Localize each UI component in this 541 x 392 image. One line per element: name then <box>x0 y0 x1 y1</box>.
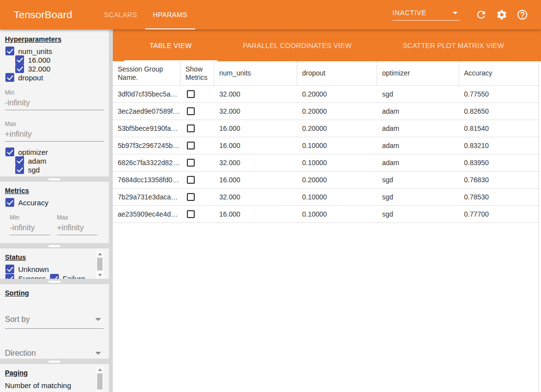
checkbox-checked-icon[interactable] <box>50 274 59 279</box>
show-metrics-checkbox[interactable] <box>187 176 195 184</box>
accuracy-value: 0.77700 <box>459 206 539 222</box>
scroll-up-icon[interactable] <box>98 253 102 255</box>
show-metrics-checkbox[interactable] <box>187 107 195 115</box>
panel-resize-divider[interactable] <box>0 359 109 364</box>
paging-scrollbar[interactable] <box>96 367 103 392</box>
hparam-value-32[interactable]: 32.000 <box>15 64 109 73</box>
tab-scalars[interactable]: SCALARS <box>96 0 145 29</box>
toolbar-right-controls: INACTIVE <box>392 0 528 29</box>
status-unknown[interactable]: Unknown <box>5 265 49 273</box>
min-input[interactable]: -infinity <box>10 221 50 235</box>
hparam-value-sgd[interactable]: sgd <box>15 165 109 174</box>
status-scrollbar[interactable] <box>96 251 103 278</box>
checkbox-checked-icon[interactable] <box>5 274 14 279</box>
checkbox-checked-icon[interactable] <box>15 156 24 165</box>
checkbox-checked-icon[interactable] <box>5 265 14 273</box>
max-label: Max <box>5 121 104 127</box>
checkbox-checked-icon[interactable] <box>15 55 24 64</box>
dropout-min-field: Min -infinity <box>5 89 104 110</box>
table-row: 53bf5bece9190fa… 16.000 0.20000 adam 0.8… <box>113 120 539 137</box>
panel-resize-divider[interactable] <box>0 279 109 284</box>
show-metrics-checkbox[interactable] <box>187 142 195 149</box>
scrollbar-thumb[interactable] <box>97 258 103 270</box>
hyperparameters-panel: Hyperparameters num_units 16.000 32.000 … <box>0 30 109 176</box>
status-failure[interactable]: Failure <box>50 274 85 279</box>
hparam-value-label: adam <box>28 157 47 165</box>
hparam-label: optimizer <box>18 148 48 156</box>
accuracy-value: 0.78530 <box>459 189 539 205</box>
status-label: Unknown <box>18 265 49 273</box>
show-metrics-checkbox[interactable] <box>187 90 195 98</box>
chevron-down-icon <box>453 12 458 14</box>
session-group-name: 5b97f3c2967245b… <box>113 137 180 154</box>
accuracy-value: 0.77550 <box>459 86 539 102</box>
dropout-value: 0.20000 <box>297 120 377 137</box>
reload-interval-select[interactable]: INACTIVE <box>392 9 460 21</box>
refresh-icon[interactable] <box>475 9 487 21</box>
max-input[interactable]: +infinity <box>5 127 104 142</box>
hparam-value-16[interactable]: 16.000 <box>15 55 109 64</box>
hparam-value-adam[interactable]: adam <box>15 156 109 165</box>
checkbox-checked-icon[interactable] <box>5 147 14 156</box>
checkbox-checked-icon[interactable] <box>5 47 14 55</box>
scrollbar-thumb[interactable] <box>97 373 103 390</box>
optimizer-value: adam <box>377 103 459 120</box>
session-group-name: 7684dcc13358fd0… <box>113 172 180 188</box>
col-header-dropout[interactable]: dropout <box>297 61 377 85</box>
tab-hparams[interactable]: HPARAMS <box>145 0 195 29</box>
sort-by-select[interactable]: Sort by <box>5 315 104 329</box>
checkbox-checked-icon[interactable] <box>15 64 24 73</box>
min-label: Min <box>10 214 50 221</box>
hparams-sidebar: Hyperparameters num_units 16.000 32.000 … <box>0 29 109 392</box>
col-header-session-group-name[interactable]: Session Group Name. <box>113 61 180 85</box>
optimizer-value: adam <box>377 137 459 154</box>
help-icon[interactable] <box>516 9 528 21</box>
checkbox-checked-icon[interactable] <box>5 73 14 82</box>
table-row: 3df0d7cf35bec5a… 32.000 0.20000 sgd 0.77… <box>113 86 539 103</box>
optimizer-value: sgd <box>377 172 459 188</box>
panel-resize-divider[interactable] <box>0 176 109 182</box>
col-header-optimizer[interactable]: optimizer <box>377 61 459 85</box>
checkbox-checked-icon[interactable] <box>5 198 14 207</box>
top-toolbar: TensorBoard SCALARS HPARAMS INACTIVE <box>0 0 541 29</box>
hparam-optimizer[interactable]: optimizer <box>5 147 109 156</box>
session-group-name: ae235909ec4e4d… <box>113 206 180 222</box>
hparam-num-units[interactable]: num_units <box>5 47 109 55</box>
session-group-name: 3df0d7cf35bec5a… <box>113 86 180 102</box>
tab-scatter-plot-matrix-view[interactable]: SCATTER PLOT MATRIX VIEW <box>377 29 530 61</box>
status-success[interactable]: Success <box>5 274 46 279</box>
scroll-up-icon[interactable] <box>98 368 102 371</box>
checkbox-checked-icon[interactable] <box>15 165 24 174</box>
tab-table-view[interactable]: TABLE VIEW <box>124 29 217 61</box>
hparam-label: dropout <box>18 74 43 82</box>
max-label: Max <box>57 214 97 221</box>
num-units-value: 16.000 <box>214 137 297 154</box>
status-label: Success <box>18 274 46 279</box>
settings-gear-icon[interactable] <box>496 9 508 21</box>
sorting-heading: Sorting <box>5 289 104 297</box>
view-tabs: TABLE VIEW PARALLEL COORDINATES VIEW SCA… <box>113 29 541 61</box>
table-row: 7684dcc13358fd0… 16.000 0.20000 sgd 0.76… <box>113 172 539 189</box>
dropout-value: 0.10000 <box>297 189 377 205</box>
max-input[interactable]: +infinity <box>57 221 97 235</box>
table-row: 5b97f3c2967245b… 16.000 0.10000 adam 0.8… <box>113 137 539 154</box>
min-input[interactable]: -infinity <box>5 96 104 110</box>
panel-resize-divider[interactable] <box>0 243 109 248</box>
hparam-dropout[interactable]: dropout <box>5 73 109 82</box>
session-groups-table: Session Group Name. Show Metrics num_uni… <box>113 61 539 392</box>
hparams-main: TABLE VIEW PARALLEL COORDINATES VIEW SCA… <box>113 29 541 392</box>
show-metrics-checkbox[interactable] <box>187 124 195 132</box>
show-metrics-checkbox[interactable] <box>187 193 195 201</box>
show-metrics-checkbox[interactable] <box>187 210 195 218</box>
show-metrics-checkbox[interactable] <box>187 159 195 167</box>
direction-select[interactable]: Direction <box>5 349 104 359</box>
col-header-num-units[interactable]: num_units <box>214 61 297 85</box>
metric-accuracy[interactable]: Accuracy <box>5 198 109 207</box>
col-header-show-metrics[interactable]: Show Metrics <box>180 61 214 85</box>
num-units-value: 32.000 <box>214 189 297 205</box>
session-group-name: 3ec2aed9e07589f… <box>113 103 180 120</box>
scroll-down-icon[interactable] <box>98 274 102 276</box>
col-header-accuracy[interactable]: Accuracy <box>459 61 539 85</box>
tab-parallel-coordinates-view[interactable]: PARALLEL COORDINATES VIEW <box>217 29 377 61</box>
session-group-name: 6826c7fa3322d82… <box>113 154 180 171</box>
